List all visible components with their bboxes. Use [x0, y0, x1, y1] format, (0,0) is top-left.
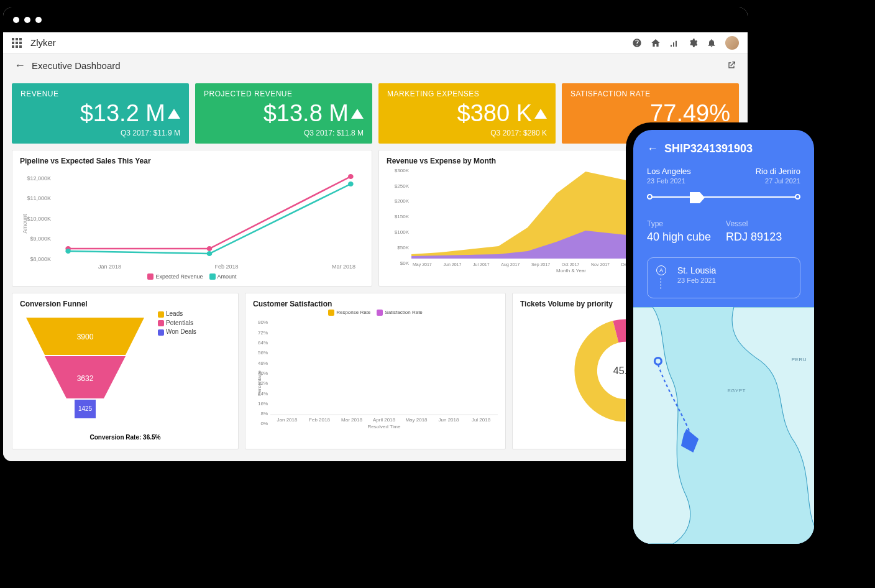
ytick: 56%: [253, 350, 268, 356]
y-axis-label: Percentage: [257, 370, 262, 396]
window-min-dot[interactable]: [24, 17, 30, 23]
svg-point-4: [207, 251, 213, 256]
xtick: Feb 2018: [214, 264, 238, 270]
xtick: Jul 2018: [469, 417, 493, 423]
dest-date: 27 Jul 2021: [756, 177, 800, 185]
svg-point-3: [65, 249, 71, 254]
xtick: Mar 2018: [332, 264, 355, 270]
x-axis-label: Resolved Time: [270, 424, 498, 430]
stop-name: St. Lousia: [677, 265, 716, 275]
chart-title: Customer Satisfaction: [253, 300, 498, 308]
y-axis: $300K $250K $200K $150K $100K $50K $0K: [387, 165, 411, 276]
x-axis: Jan 2018 Feb 2018 Mar 2018: [89, 264, 364, 270]
origin-city: Los Angeles: [647, 167, 691, 176]
map-label-peru: PERU: [792, 357, 807, 362]
origin-date: 23 Feb 2021: [647, 177, 691, 185]
window-max-dot[interactable]: [35, 17, 42, 23]
kpi-value: $13.2 M: [80, 101, 165, 127]
back-arrow-icon[interactable]: ←: [647, 142, 658, 155]
ytick: 80%: [253, 319, 268, 325]
xtick: Nov 2017: [591, 262, 610, 267]
kpi-marketing-expenses[interactable]: MARKETING EXPENSES $380 K Q3 2017: $280 …: [378, 83, 556, 144]
kpi-projected-revenue[interactable]: PROJECTED REVENUE $13.8 M Q3 2017: $11.8…: [195, 83, 372, 144]
page-title: Executive Dashboard: [32, 60, 121, 71]
bell-icon[interactable]: [707, 38, 717, 48]
shipment-id: SHIP3241391903: [664, 142, 753, 155]
kpi-value: $380 K: [457, 101, 532, 127]
ytick: $0K: [387, 260, 409, 266]
home-icon[interactable]: [651, 38, 661, 48]
ytick: $12,000K: [20, 175, 51, 181]
ytick: 0%: [253, 421, 268, 426]
vessel-label: Vessel: [726, 219, 782, 228]
vessel-value: RDJ 89123: [726, 231, 782, 244]
legend-label: Leads: [166, 310, 183, 317]
funnel-value-potentials: 3632: [77, 374, 94, 383]
chart-title: Conversion Funnel: [20, 300, 231, 308]
ship-marker-icon: [690, 192, 705, 203]
xtick: Feb 2018: [308, 417, 331, 423]
kpi-label: MARKETING EXPENSES: [387, 90, 547, 98]
funnel-value-leads: 3900: [77, 333, 94, 341]
xtick: Jul 2017: [473, 262, 489, 267]
kpi-label: REVENUE: [21, 90, 180, 98]
route-progress[interactable]: [647, 191, 800, 203]
ytick: 72%: [253, 330, 268, 336]
type-value: 40 high cube: [647, 231, 711, 244]
window-close-dot[interactable]: [13, 17, 19, 23]
map-label-egypt: EGYPT: [727, 388, 746, 393]
funnel-value-wondeals: 1425: [78, 405, 93, 412]
kpi-sub: Q3 2017: $280 K: [387, 129, 547, 137]
kpi-value: $13.8 M: [263, 101, 349, 127]
xtick: Mar 2018: [340, 417, 364, 423]
stop-card[interactable]: A St. Lousia 23 Feb 2021: [647, 257, 800, 298]
shipment-header: ← SHIP3241391903: [647, 142, 800, 155]
ytick: 16%: [253, 401, 268, 407]
panel-pipeline: Pipeline vs Expected Sales This Year Amo…: [12, 150, 372, 287]
funnel-chart: 3900 3632 1425: [20, 308, 150, 433]
trend-up-icon: [534, 109, 547, 119]
open-external-icon[interactable]: [726, 60, 736, 70]
panel-funnel: Conversion Funnel 3900 3632 1425 Leads P…: [12, 293, 239, 449]
dest-city: Rio di Jeniro: [756, 167, 800, 176]
ytick: $300K: [387, 168, 409, 173]
stop-date: 23 Feb 2021: [677, 277, 716, 284]
ytick: $250K: [387, 183, 409, 189]
xtick: Oct 2017: [562, 262, 579, 267]
ytick: $11,000K: [20, 195, 51, 201]
panel-csat: Customer Satisfaction Response Rate Sati…: [245, 293, 506, 449]
type-label: Type: [647, 219, 711, 228]
xtick: Jun 2018: [437, 417, 460, 423]
ytick: $150K: [387, 214, 409, 219]
help-icon[interactable]: [632, 38, 642, 48]
ytick: $9,000K: [20, 236, 51, 242]
chart-title: Pipeline vs Expected Sales This Year: [20, 157, 364, 165]
progress-end-dot: [795, 194, 800, 200]
xtick: April 2018: [372, 417, 396, 423]
ytick: $8,000K: [20, 256, 51, 262]
avatar[interactable]: [725, 36, 739, 50]
trend-up-icon: [351, 109, 364, 119]
kpi-label: PROJECTED REVENUE: [204, 90, 364, 98]
page-subheader: ← Executive Dashboard: [3, 53, 748, 77]
app-name: Zlyker: [30, 37, 56, 48]
map-view[interactable]: PERU EGYPT: [633, 307, 814, 544]
app-header: Zlyker: [3, 32, 748, 53]
apps-grid-icon[interactable]: [12, 38, 22, 48]
kpi-revenue[interactable]: REVENUE $13.2 M Q3 2017: $11.9 M: [12, 83, 189, 144]
legend-label: Potentials: [166, 319, 193, 326]
xtick: Jan 2018: [275, 417, 299, 423]
svg-marker-12: [690, 192, 705, 203]
xtick: May 2018: [405, 417, 428, 423]
analytics-icon[interactable]: [669, 38, 679, 48]
xtick: Sep 2017: [531, 262, 550, 267]
trend-up-icon: [168, 109, 180, 119]
back-arrow-icon[interactable]: ←: [14, 59, 25, 72]
stop-letter-icon: A: [656, 265, 666, 275]
gear-icon[interactable]: [688, 38, 698, 48]
x-axis: Jan 2018 Feb 2018 Mar 2018 April 2018 Ma…: [270, 415, 498, 423]
legend-label: Satisfaction Rate: [385, 310, 422, 316]
kpi-sub: Q3 2017: $11.8 M: [204, 129, 364, 137]
kpi-sub: Q3 2017: $11.9 M: [21, 129, 180, 137]
chart-legend: Leads Potentials Won Deals: [158, 308, 196, 433]
